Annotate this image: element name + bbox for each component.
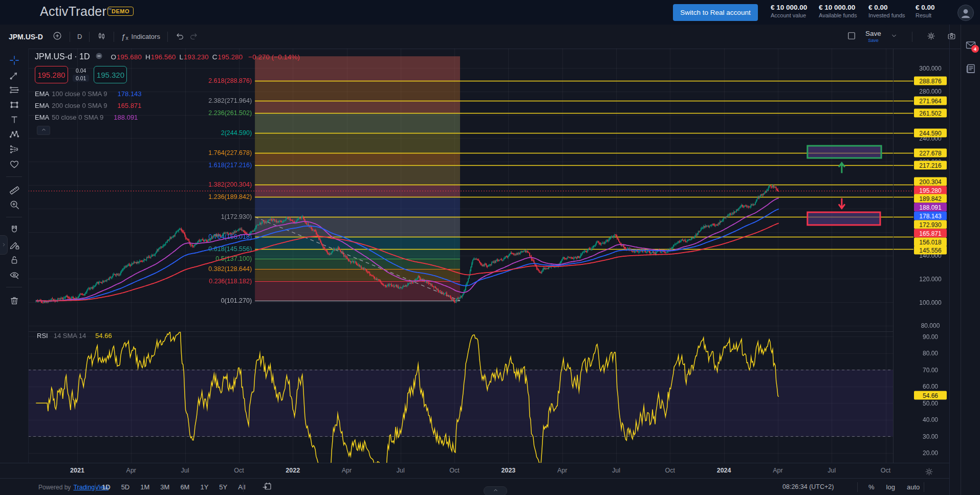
- rsi-name: RSI: [37, 332, 48, 340]
- candles-icon: [97, 31, 106, 42]
- scale-button-log[interactable]: log: [885, 482, 897, 492]
- ohlc-item: O195.680: [111, 53, 142, 61]
- spread-top: 0.04: [76, 68, 86, 74]
- divider: [857, 482, 858, 492]
- zoom-in-tool[interactable]: [0, 197, 28, 212]
- ema-legend-row: EMA200 close 0 SMA 9165.871: [35, 100, 300, 111]
- buy-button[interactable]: 195.320: [94, 66, 127, 83]
- remove-drawings-tool[interactable]: [0, 292, 28, 307]
- hide-series-icon[interactable]: [95, 52, 103, 62]
- range-button-5y[interactable]: 5Y: [217, 482, 229, 492]
- forecast-tool[interactable]: [0, 142, 28, 156]
- spread-value: 0.01: [73, 75, 89, 82]
- time-axis-settings-button[interactable]: [921, 466, 937, 479]
- avatar[interactable]: [957, 5, 974, 21]
- powered-by: Powered by TradingView: [38, 479, 108, 495]
- range-button-5d[interactable]: 5D: [120, 482, 132, 492]
- gear-icon: [926, 31, 936, 42]
- chart-settings-button[interactable]: [924, 29, 938, 44]
- time-label: Oct: [881, 467, 890, 474]
- panel-expand-button[interactable]: [484, 486, 507, 495]
- app-header: ActivTrader™ DEMO Switch to Real account…: [0, 0, 980, 25]
- rsi-value: 54.66: [95, 332, 112, 340]
- watchlist-expand-tab[interactable]: [0, 235, 8, 255]
- chevron-up-icon: [40, 126, 47, 135]
- time-label: 2022: [286, 467, 300, 474]
- range-button-1d[interactable]: 1D: [100, 482, 112, 492]
- go-to-date-button[interactable]: [258, 481, 275, 494]
- toolbar-divider: [114, 32, 114, 42]
- chart-legend: JPM.US-d · 1D O195.680H196.560L193.230C1…: [35, 51, 300, 135]
- time-label: Apr: [342, 467, 352, 474]
- trend-line-tool[interactable]: [0, 68, 28, 82]
- save-button[interactable]: Save Save: [865, 30, 881, 43]
- range-button-6m[interactable]: 6M: [179, 482, 191, 492]
- screenshot-button[interactable]: [945, 29, 959, 44]
- parallel-lines-tool[interactable]: [0, 82, 28, 97]
- time-label: Jul: [181, 467, 189, 474]
- time-label: Apr: [773, 467, 782, 474]
- ema-legend-row: EMA100 close 0 SMA 9178.143: [35, 88, 300, 100]
- activtrader-logo: ActivTrader™: [40, 4, 112, 19]
- switch-to-real-button[interactable]: Switch to Real account: [673, 4, 758, 21]
- add-symbol-button[interactable]: [50, 29, 64, 44]
- news-button[interactable]: [964, 62, 977, 76]
- chevron-up-icon: [492, 486, 499, 495]
- gear-icon: [924, 470, 934, 478]
- save-menu-button[interactable]: [888, 30, 900, 43]
- legend-collapse-button[interactable]: [37, 126, 50, 135]
- right-sidebar: 4: [961, 25, 980, 495]
- range-button-1m[interactable]: 1M: [139, 482, 151, 492]
- camera-icon: [947, 31, 956, 42]
- sidebar-border: [961, 25, 961, 495]
- time-label: Oct: [449, 467, 459, 474]
- demo-badge: DEMO: [107, 7, 134, 16]
- symbol-name[interactable]: JPM.US-D: [9, 33, 43, 41]
- range-buttons: 1D5D1M3M6M1Y5YAll: [100, 479, 247, 495]
- news-icon: [965, 69, 977, 76]
- hide-drawings-tool[interactable]: [0, 267, 28, 282]
- divider: [95, 482, 96, 492]
- layout-square-icon: [846, 31, 857, 42]
- undo-button[interactable]: [173, 29, 187, 44]
- range-button-3m[interactable]: 3M: [159, 482, 171, 492]
- scale-button-percent[interactable]: %: [867, 482, 876, 492]
- text-tool[interactable]: [0, 112, 28, 127]
- ohlc-item: L193.230: [179, 53, 208, 61]
- fx-icon: ƒₓ: [121, 32, 128, 41]
- range-button-1y[interactable]: 1Y: [199, 482, 210, 492]
- crosshair-tool[interactable]: [0, 53, 28, 68]
- xabcd-pattern-tool[interactable]: [0, 127, 28, 142]
- chevron-down-icon: [890, 32, 898, 41]
- interval-button[interactable]: D: [75, 31, 84, 42]
- time-label: 2023: [501, 467, 515, 474]
- account-stat: € 10 000.00Account value: [771, 4, 807, 18]
- time-label: Jul: [827, 467, 836, 474]
- tool-divider: [6, 287, 22, 287]
- redo-button[interactable]: [187, 29, 201, 44]
- ema-legend-row: EMA50 close 0 SMA 9188.091: [35, 111, 300, 123]
- bottom-toolbar: Powered by TradingView 1D5D1M3M6M1Y5YAll…: [0, 478, 949, 495]
- measure-tool[interactable]: [0, 182, 28, 197]
- chart-style-button[interactable]: [95, 29, 108, 44]
- time-axis[interactable]: 2021AprJulOct2022AprJulOct2023AprJulOct2…: [0, 463, 949, 479]
- chevron-right-icon: [1, 240, 7, 250]
- toolbar-divider: [912, 32, 912, 42]
- emoji-tool[interactable]: [0, 156, 28, 171]
- messages-button[interactable]: 4: [964, 39, 977, 52]
- scale-button-auto[interactable]: auto: [905, 482, 921, 492]
- legend-title[interactable]: JPM.US-d · 1D: [35, 52, 90, 61]
- indicator-legend: EMA100 close 0 SMA 9178.143EMA200 close …: [35, 88, 300, 123]
- redo-icon: [189, 31, 199, 42]
- layout-button[interactable]: [844, 29, 859, 44]
- rsi-params: 14 SMA 14: [54, 332, 86, 340]
- shapes-tool[interactable]: [0, 97, 28, 112]
- sell-button[interactable]: 195.280: [35, 66, 68, 83]
- undo-icon: [175, 31, 185, 42]
- toolbar-divider: [89, 32, 90, 42]
- indicators-button[interactable]: ƒₓIndicators: [119, 30, 162, 43]
- time-label: 2021: [70, 467, 84, 474]
- tool-divider: [6, 217, 22, 217]
- range-button-all[interactable]: All: [236, 482, 247, 492]
- account-stat: € 0.00Invested funds: [868, 4, 905, 18]
